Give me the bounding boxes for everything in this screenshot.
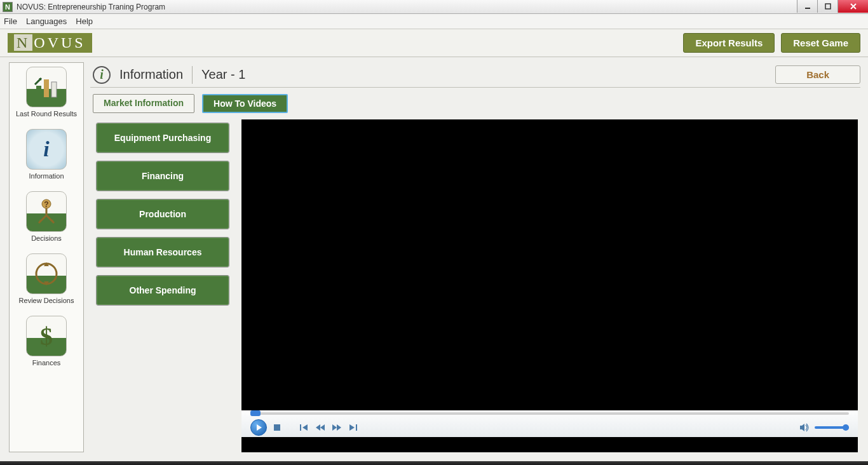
- sidebar-item-finances[interactable]: $ Finances: [11, 316, 82, 367]
- svg-marker-19: [337, 424, 341, 431]
- close-button[interactable]: [837, 0, 868, 13]
- svg-rect-3: [44, 79, 49, 97]
- volume-icon[interactable]: [799, 423, 810, 432]
- seek-bar[interactable]: [241, 410, 858, 418]
- dollar-icon: $: [26, 316, 67, 356]
- sidebar-item-label: Information: [29, 172, 64, 180]
- back-button[interactable]: Back: [775, 65, 860, 84]
- video-topic-financing[interactable]: Financing: [97, 161, 229, 191]
- video-bottom-strip: [241, 437, 858, 452]
- svg-marker-18: [332, 424, 337, 431]
- sidebar-item-review-decisions[interactable]: Review Decisions: [11, 253, 82, 304]
- svg-point-10: [36, 264, 57, 284]
- content-header: i Information Year - 1 Back: [90, 62, 860, 88]
- window-title: NOVUS: Entrepreneurship Traning Program: [17, 3, 165, 11]
- sidebar-item-label: Review Decisions: [19, 297, 74, 304]
- sidebar: Last Round Results i Information ? Decis…: [9, 62, 84, 452]
- sidebar-item-decisions[interactable]: ? Decisions: [11, 191, 82, 242]
- content-area: i Information Year - 1 Back Market Infor…: [90, 62, 860, 452]
- sidebar-item-information[interactable]: i Information: [11, 129, 82, 180]
- separator: [192, 66, 193, 84]
- tab-market-information[interactable]: Market Information: [93, 94, 194, 113]
- export-results-button[interactable]: Export Results: [683, 33, 775, 53]
- review-icon: [26, 253, 67, 294]
- svg-rect-14: [300, 424, 301, 431]
- window-titlebar: N NOVUS: Entrepreneurship Traning Progra…: [0, 0, 868, 14]
- video-topic-list: Equipment Purchasing Financing Productio…: [90, 119, 229, 452]
- fast-forward-button[interactable]: [332, 424, 342, 431]
- maximize-button[interactable]: [817, 0, 837, 13]
- logo: NOVUS: [8, 33, 92, 53]
- info-icon: i: [26, 129, 67, 170]
- rewind-button[interactable]: [315, 424, 325, 431]
- page-title: Information: [119, 67, 183, 82]
- video-player: [241, 119, 858, 452]
- bar-chart-icon: [26, 67, 67, 107]
- prev-track-button[interactable]: [300, 424, 309, 431]
- tabs: Market Information How To Videos: [90, 88, 860, 119]
- svg-rect-1: [825, 4, 831, 9]
- play-button[interactable]: [250, 419, 267, 436]
- app-icon: N: [3, 2, 13, 12]
- video-topic-other-spending[interactable]: Other Spending: [97, 276, 229, 305]
- menu-help[interactable]: Help: [76, 17, 93, 26]
- svg-text:?: ?: [44, 200, 48, 209]
- menu-bar: File Languages Help: [0, 14, 868, 29]
- menu-file[interactable]: File: [4, 17, 17, 26]
- reset-game-button[interactable]: Reset Game: [781, 33, 860, 53]
- video-topic-equipment-purchasing[interactable]: Equipment Purchasing: [97, 123, 229, 152]
- volume-slider[interactable]: [815, 426, 849, 429]
- player-controls: [241, 410, 858, 437]
- svg-rect-21: [356, 424, 357, 431]
- svg-rect-2: [36, 86, 41, 97]
- stop-button[interactable]: [273, 424, 281, 431]
- svg-rect-4: [51, 82, 57, 97]
- app-header: NOVUS Export Results Reset Game: [0, 29, 868, 57]
- decisions-icon: ?: [26, 191, 67, 232]
- taskbar: [0, 461, 868, 465]
- window-controls: [797, 0, 868, 13]
- video-topic-human-resources[interactable]: Human Resources: [97, 238, 229, 267]
- tab-how-to-videos[interactable]: How To Videos: [202, 94, 288, 113]
- svg-marker-15: [302, 424, 308, 431]
- svg-marker-22: [800, 424, 804, 431]
- year-label: Year - 1: [201, 67, 245, 82]
- svg-rect-13: [274, 424, 280, 431]
- sidebar-item-label: Decisions: [31, 234, 62, 242]
- menu-languages[interactable]: Languages: [26, 17, 67, 26]
- svg-rect-0: [805, 8, 810, 9]
- svg-marker-17: [320, 424, 325, 431]
- video-topic-production[interactable]: Production: [97, 199, 229, 229]
- sidebar-item-label: Finances: [32, 359, 61, 367]
- svg-marker-16: [316, 424, 320, 431]
- svg-marker-20: [349, 424, 355, 431]
- info-circle-icon: i: [93, 66, 111, 84]
- minimize-button[interactable]: [797, 0, 817, 13]
- sidebar-item-last-round-results[interactable]: Last Round Results: [11, 67, 82, 118]
- video-canvas[interactable]: [241, 119, 858, 410]
- next-track-button[interactable]: [348, 424, 357, 431]
- sidebar-item-label: Last Round Results: [16, 110, 77, 118]
